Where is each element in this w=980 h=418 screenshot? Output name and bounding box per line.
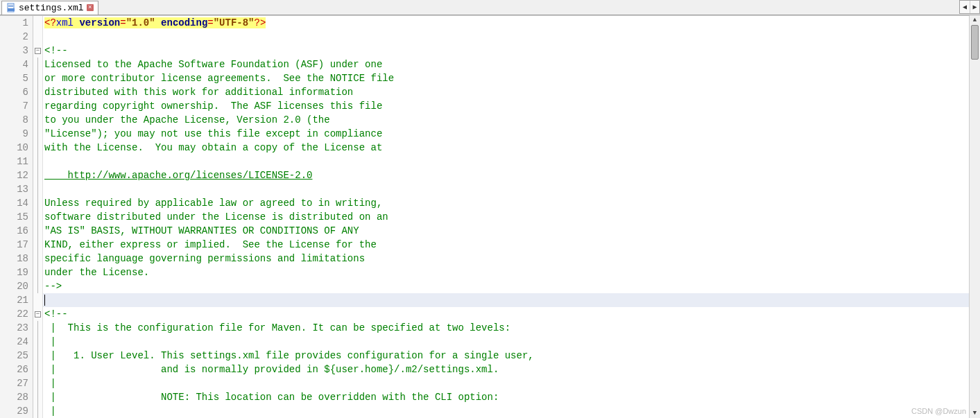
scroll-up-icon[interactable]: ▲ [970, 15, 980, 25]
tab-filename: settings.xml [19, 3, 84, 13]
code-area[interactable]: <?xml version="1.0" encoding="UTF-8"?> <… [43, 16, 980, 418]
line-number: 6 [0, 85, 33, 99]
code-line: or more contributor license agreements. … [43, 71, 980, 85]
svg-rect-1 [8, 5, 13, 6]
code-line: --> [43, 279, 980, 293]
line-number-gutter: 1 2 3 4 5 6 7 8 9 10 11 12 13 14 15 16 1… [0, 16, 33, 418]
code-line: <?xml version="1.0" encoding="UTF-8"?> [43, 16, 980, 30]
line-number: 7 [0, 99, 33, 113]
code-line: Unless required by applicable law or agr… [43, 196, 980, 210]
line-number: 25 [0, 349, 33, 363]
line-number: 28 [0, 390, 33, 404]
line-number: 20 [0, 279, 33, 293]
code-line: <!-- [43, 307, 980, 321]
scrollbar-thumb[interactable] [971, 25, 979, 60]
line-number: 3 [0, 44, 33, 58]
code-line [43, 155, 980, 168]
line-number: 14 [0, 196, 33, 210]
caret-icon [44, 295, 45, 306]
fold-toggle[interactable]: − [33, 307, 42, 321]
code-line: "License"); you may not use this file ex… [43, 127, 980, 141]
tab-scroll-right-icon[interactable]: ▶ [970, 1, 979, 13]
code-line [43, 30, 980, 44]
code-line: "AS IS" BASIS, WITHOUT WARRANTIES OR CON… [43, 224, 980, 238]
editor: 1 2 3 4 5 6 7 8 9 10 11 12 13 14 15 16 1… [0, 15, 980, 418]
line-number: 19 [0, 265, 33, 279]
line-number: 1 [0, 16, 33, 30]
code-line: | [43, 376, 980, 390]
line-number: 24 [0, 335, 33, 349]
tab-bar: settings.xml × ◀ ▶ [0, 0, 980, 15]
line-number: 8 [0, 113, 33, 127]
tab-settings-xml[interactable]: settings.xml × [1, 1, 98, 15]
code-line [43, 182, 980, 196]
code-line: Licensed to the Apache Software Foundati… [43, 58, 980, 71]
code-line: specific language governing permissions … [43, 252, 980, 265]
tab-scroll-controls: ◀ ▶ [959, 0, 980, 14]
vertical-scrollbar[interactable]: ▲ ▼ [969, 15, 980, 418]
line-number: 26 [0, 363, 33, 376]
line-number: 29 [0, 404, 33, 418]
line-number: 27 [0, 376, 33, 390]
svg-rect-3 [8, 8, 15, 11]
line-number: 13 [0, 182, 33, 196]
code-line: distributed with this work for additiona… [43, 85, 980, 99]
code-line-current [43, 293, 980, 307]
file-icon [6, 3, 16, 12]
code-line: to you under the Apache License, Version… [43, 113, 980, 127]
line-number: 11 [0, 155, 33, 168]
svg-rect-2 [8, 6, 13, 7]
code-line: under the License. [43, 265, 980, 279]
line-number: 16 [0, 224, 33, 238]
code-line: | [43, 335, 980, 349]
line-number: 5 [0, 71, 33, 85]
line-number: 15 [0, 210, 33, 224]
code-line: <!-- [43, 44, 980, 58]
line-number: 10 [0, 141, 33, 155]
line-number: 21 [0, 293, 33, 307]
line-number: 2 [0, 30, 33, 44]
line-number: 4 [0, 58, 33, 71]
line-number: 17 [0, 238, 33, 252]
scroll-down-icon[interactable]: ▼ [970, 408, 980, 418]
tab-close-icon[interactable]: × [87, 4, 94, 11]
line-number: 23 [0, 321, 33, 335]
code-line: | NOTE: This location can be overridden … [43, 390, 980, 404]
code-line: http://www.apache.org/licenses/LICENSE-2… [43, 168, 980, 182]
code-line: regarding copyright ownership. The ASF l… [43, 99, 980, 113]
line-number: 22 [0, 307, 33, 321]
code-line: | 1. User Level. This settings.xml file … [43, 349, 980, 363]
fold-column: − − [33, 16, 43, 418]
line-number: 18 [0, 252, 33, 265]
code-line: KIND, either express or implied. See the… [43, 238, 980, 252]
code-line: | This is the configuration file for Mav… [43, 321, 980, 335]
code-line: | [43, 404, 980, 418]
line-number: 12 [0, 168, 33, 182]
code-line: software distributed under the License i… [43, 210, 980, 224]
fold-toggle[interactable]: − [33, 44, 42, 58]
tab-scroll-left-icon[interactable]: ◀ [960, 1, 970, 13]
code-line: | and is normally provided in ${user.hom… [43, 363, 980, 376]
line-number: 9 [0, 127, 33, 141]
code-line: with the License. You may obtain a copy … [43, 141, 980, 155]
